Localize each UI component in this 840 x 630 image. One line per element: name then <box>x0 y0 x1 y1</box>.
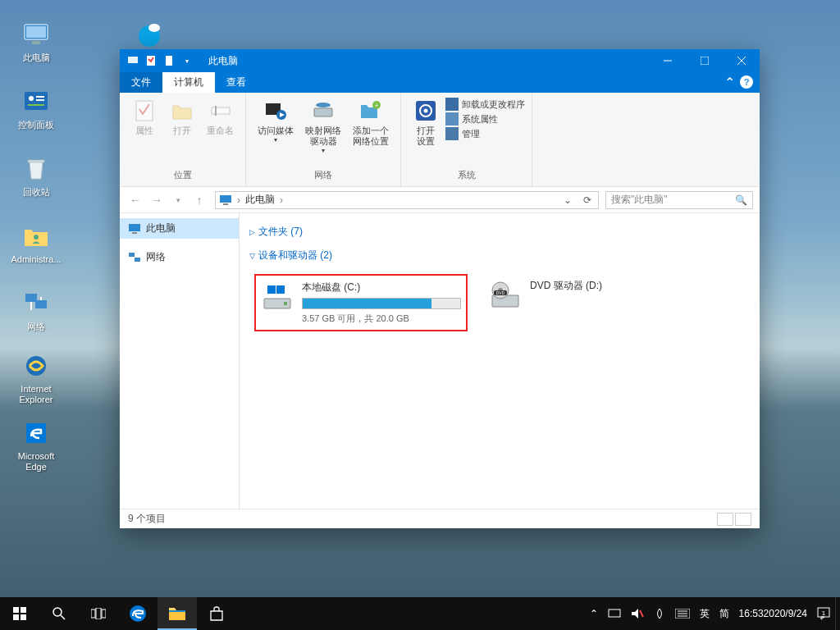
search-icon: 🔍 <box>735 194 747 206</box>
ribbon-collapse-icon[interactable]: ⌃ <box>719 72 740 93</box>
qat-icon-doc[interactable] <box>162 54 176 67</box>
ribbon-access-media[interactable]: 访问媒体▾ <box>253 96 299 145</box>
close-button[interactable] <box>723 49 760 72</box>
ribbon-system-properties[interactable]: 系统属性 <box>445 112 525 126</box>
svg-rect-49 <box>267 285 276 294</box>
navigation-pane: 此电脑 网络 <box>120 213 240 509</box>
taskbar-explorer[interactable] <box>158 597 197 630</box>
view-details-button[interactable] <box>717 513 733 526</box>
maximize-button[interactable] <box>686 49 723 72</box>
svg-line-61 <box>61 615 65 619</box>
drive-d-name: DVD 驱动器 (D:) <box>530 279 692 293</box>
search-input[interactable]: 搜索"此电脑" 🔍 <box>605 191 753 209</box>
nav-back-button[interactable]: ← <box>126 191 144 209</box>
sysprops-icon <box>445 112 459 126</box>
qat-dropdown-icon[interactable]: ▾ <box>180 54 194 67</box>
svg-point-4 <box>29 96 34 101</box>
ribbon-properties[interactable]: 属性 <box>126 96 162 138</box>
drive-c[interactable]: 本地磁盘 (C:) 3.57 GB 可用，共 20.0 GB <box>254 274 468 331</box>
manage-icon <box>445 127 459 140</box>
tray-ime-mode[interactable]: 简 <box>714 597 734 630</box>
ribbon-open-settings[interactable]: 打开 设置 <box>408 96 444 148</box>
chevron-right-icon[interactable]: › <box>237 194 240 206</box>
chevron-down-icon: ▽ <box>249 252 255 260</box>
chevron-right-icon[interactable]: › <box>280 194 283 206</box>
tray-overflow-icon[interactable]: ⌃ <box>585 597 603 630</box>
svg-line-70 <box>640 610 643 617</box>
tray-network-icon[interactable] <box>603 597 626 630</box>
desktop-icon-edge[interactable]: Microsoft Edge <box>8 412 64 477</box>
svg-rect-59 <box>21 614 26 620</box>
desktop-icon-this-pc[interactable]: 此电脑 <box>8 8 64 74</box>
tray-ime-tool-icon[interactable] <box>649 597 670 630</box>
svg-rect-42 <box>223 203 228 205</box>
content-pane: ▷文件夹 (7) ▽设备和驱动器 (2) 本地磁盘 (C:) 3.57 GB 可… <box>240 213 760 509</box>
desktop-icon-recycle-bin[interactable]: 回收站 <box>8 143 64 208</box>
svg-point-40 <box>424 109 428 113</box>
tray-volume-icon[interactable] <box>626 597 649 630</box>
chevron-right-icon: ▷ <box>249 228 255 236</box>
group-folders-header[interactable]: ▷文件夹 (7) <box>249 220 750 244</box>
taskbar-store[interactable] <box>197 597 236 630</box>
qat-icon-props[interactable] <box>144 54 158 67</box>
ribbon-map-drive[interactable]: 映射网络 驱动器▾ <box>300 96 346 156</box>
svg-rect-6 <box>36 99 44 101</box>
svg-rect-21 <box>128 57 138 63</box>
monitor-icon <box>219 194 232 206</box>
svg-point-60 <box>53 608 62 616</box>
ribbon-manage[interactable]: 管理 <box>445 127 525 140</box>
desktop-icon-network[interactable]: 网络 <box>8 277 64 343</box>
tab-computer[interactable]: 计算机 <box>162 72 215 93</box>
view-tiles-button[interactable] <box>735 513 751 526</box>
taskbar-edge[interactable] <box>118 597 158 630</box>
svg-rect-68 <box>609 609 620 617</box>
ribbon-rename[interactable]: 重命名 <box>202 96 239 138</box>
svg-rect-50 <box>276 285 285 294</box>
nav-up-button[interactable]: ↑ <box>190 191 208 209</box>
window-title: 此电脑 <box>200 54 649 68</box>
drive-c-name: 本地磁盘 (C:) <box>302 281 461 294</box>
desktop-icon-user-folder[interactable]: Administra... <box>8 210 64 276</box>
svg-rect-10 <box>25 294 37 302</box>
quick-access-toolbar: ▾ <box>120 54 200 67</box>
system-tray: ⌃ 英 简 16:532020/9/24 1 <box>585 597 840 630</box>
hard-disk-icon <box>261 281 294 313</box>
tab-file[interactable]: 文件 <box>120 72 162 93</box>
monitor-icon <box>128 222 141 235</box>
ribbon-uninstall[interactable]: 卸载或更改程序 <box>445 98 525 111</box>
group-devices-header[interactable]: ▽设备和驱动器 (2) <box>249 244 750 267</box>
tray-action-center-icon[interactable]: 1 <box>812 597 835 630</box>
taskbar-task-view-button[interactable] <box>79 597 118 630</box>
address-dropdown-icon[interactable]: ⌄ <box>560 194 575 206</box>
svg-rect-41 <box>220 195 231 203</box>
tab-view[interactable]: 查看 <box>215 72 258 93</box>
ribbon-group-location: 属性 打开 重命名 位置 <box>120 93 246 186</box>
programs-icon <box>445 98 459 111</box>
drive-d[interactable]: DVD DVD 驱动器 (D:) <box>484 274 697 331</box>
qat-icon-monitor[interactable] <box>126 54 139 67</box>
minimize-button[interactable] <box>649 49 686 72</box>
start-button[interactable] <box>0 597 39 630</box>
breadcrumb-root[interactable]: 此电脑 <box>245 193 275 207</box>
ribbon-add-network-location[interactable]: +添加一个 网络位置 <box>348 96 394 148</box>
taskbar-search-button[interactable] <box>39 597 79 630</box>
tray-ime-lang[interactable]: 英 <box>695 597 714 630</box>
refresh-icon[interactable]: ⟳ <box>580 194 595 206</box>
desktop-icon-control-panel[interactable]: 控制面板 <box>8 75 64 141</box>
nav-this-pc[interactable]: 此电脑 <box>120 218 239 239</box>
help-icon[interactable]: ? <box>740 75 753 89</box>
ribbon: 属性 打开 重命名 位置 访问媒体▾ 映射网络 驱动器▾ +添加一个 网络位置 … <box>120 93 760 187</box>
address-bar[interactable]: › 此电脑 › ⌄ ⟳ <box>215 191 599 209</box>
taskbar: ⌃ 英 简 16:532020/9/24 1 <box>0 597 840 630</box>
nav-forward-button[interactable]: → <box>148 191 166 209</box>
svg-rect-25 <box>701 57 709 65</box>
svg-rect-44 <box>132 232 137 234</box>
ribbon-open[interactable]: 打开 <box>164 96 200 138</box>
tray-keyboard-icon[interactable] <box>670 597 695 630</box>
desktop-icon-ie[interactable]: Internet Explorer <box>8 345 64 410</box>
nav-network[interactable]: 网络 <box>120 247 239 267</box>
show-desktop-button[interactable] <box>835 597 840 630</box>
nav-recent-dropdown[interactable]: ▾ <box>169 191 187 209</box>
tray-clock[interactable]: 16:532020/9/24 <box>734 597 812 630</box>
titlebar[interactable]: ▾ 此电脑 <box>120 49 760 72</box>
